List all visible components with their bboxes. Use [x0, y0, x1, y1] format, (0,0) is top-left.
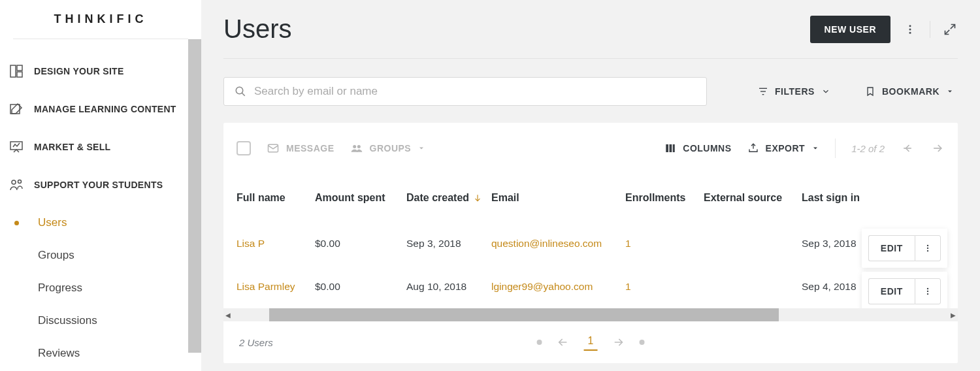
scrollbar-thumb[interactable]	[269, 308, 779, 321]
cell-name[interactable]: Lisa P	[237, 238, 315, 250]
scroll-right-icon[interactable]: ▶	[949, 312, 958, 319]
svg-rect-0	[10, 65, 16, 77]
sidebar: THINKIFIC DESIGN YOUR SITE MANAGE LEARNI…	[0, 0, 201, 371]
search-input[interactable]	[254, 85, 696, 98]
presentation-icon	[7, 137, 26, 157]
expand-icon[interactable]	[942, 22, 958, 37]
nav-manage-learning-content[interactable]: MANAGE LEARNING CONTENT	[0, 90, 201, 128]
table-row[interactable]: Lisa P $0.00 Sep 3, 2018 question@inline…	[223, 222, 958, 265]
cell-amount: $0.00	[315, 281, 406, 293]
columns-button[interactable]: COLUMNS	[664, 142, 731, 154]
subnav-reviews[interactable]: Reviews	[0, 337, 201, 370]
svg-point-21	[927, 291, 928, 292]
row-kebab-icon[interactable]	[915, 278, 941, 304]
subnav-users[interactable]: Users	[0, 206, 201, 239]
edit-icon	[7, 99, 26, 119]
subnav-label: Progress	[38, 282, 82, 295]
user-count: 2 Users	[239, 337, 273, 348]
sort-desc-icon	[473, 193, 482, 202]
cell-enrollments[interactable]: 1	[625, 281, 704, 293]
row-actions: EDIT	[862, 229, 947, 268]
subnav-groups[interactable]: Groups	[0, 239, 201, 272]
page-title: Users	[223, 14, 291, 44]
export-button[interactable]: EXPORT	[747, 142, 820, 154]
new-user-button[interactable]: NEW USER	[810, 16, 890, 43]
col-label: Email	[491, 192, 519, 204]
pager-next-icon[interactable]	[612, 336, 625, 349]
col-external-source[interactable]: External source	[704, 192, 802, 204]
filters-label: FILTERS	[775, 86, 815, 97]
subnav-label: Discussions	[38, 314, 97, 327]
cell-created: Sep 3, 2018	[406, 238, 491, 250]
svg-point-13	[357, 145, 360, 148]
table-row[interactable]: Lisa Parmley $0.00 Aug 10, 2018 lginger9…	[223, 265, 958, 308]
cell-enrollments[interactable]: 1	[625, 238, 704, 250]
col-label: Last sign in	[802, 192, 860, 204]
col-label: Enrollments	[625, 192, 685, 204]
horizontal-scrollbar[interactable]: ◀ ▶	[223, 308, 958, 321]
nav-market-sell[interactable]: MARKET & SELL	[0, 128, 201, 166]
groups-button[interactable]: GROUPS	[350, 142, 426, 155]
col-last-sign-in[interactable]: Last sign in	[802, 192, 867, 204]
message-button[interactable]: MESSAGE	[267, 142, 335, 155]
col-email[interactable]: Email	[491, 192, 625, 204]
col-label: Date created	[406, 192, 469, 204]
nav-design-your-site[interactable]: DESIGN YOUR SITE	[0, 52, 201, 90]
chevron-down-icon	[821, 87, 830, 96]
filters-button[interactable]: FILTERS	[754, 86, 834, 97]
export-icon	[747, 142, 759, 154]
main: Users NEW USER FILTERS	[201, 0, 980, 371]
message-label: MESSAGE	[286, 143, 335, 153]
svg-rect-2	[17, 72, 22, 77]
cell-email[interactable]: lginger99@yahoo.com	[491, 281, 625, 293]
scroll-left-icon[interactable]: ◀	[223, 312, 233, 319]
cell-name[interactable]: Lisa Parmley	[237, 281, 315, 293]
svg-point-6	[18, 180, 22, 184]
subnav-label: Users	[38, 216, 67, 229]
bookmark-label: BOOKMARK	[882, 86, 939, 97]
cell-email[interactable]: question@inlineseo.com	[491, 238, 625, 250]
kebab-menu-icon[interactable]	[902, 22, 918, 37]
columns-label: COLUMNS	[683, 143, 731, 153]
subnav-label: Reviews	[38, 347, 80, 360]
svg-point-12	[353, 145, 356, 148]
bookmark-button[interactable]: BOOKMARK	[861, 86, 958, 97]
subnav-progress[interactable]: Progress	[0, 272, 201, 304]
primary-nav: DESIGN YOUR SITE MANAGE LEARNING CONTENT…	[0, 52, 201, 370]
col-date-created[interactable]: Date created	[406, 192, 491, 204]
search-box	[223, 77, 707, 106]
export-label: EXPORT	[766, 143, 806, 153]
caret-down-icon	[946, 88, 954, 95]
col-full-name[interactable]: Full name	[237, 192, 315, 204]
svg-rect-1	[17, 65, 22, 71]
col-enrollments[interactable]: Enrollments	[625, 192, 704, 204]
row-kebab-icon[interactable]	[915, 235, 941, 261]
col-amount-spent[interactable]: Amount spent	[315, 192, 406, 204]
brand-logo: THINKIFIC	[54, 12, 148, 26]
filter-icon	[758, 86, 768, 97]
subnav: Users Groups Progress Discussions Review…	[0, 206, 201, 370]
table-header: Full name Amount spent Date created Emai…	[223, 174, 958, 222]
prev-page-button[interactable]	[900, 141, 915, 155]
users-table-card: MESSAGE GROUPS COLUMNS	[223, 123, 958, 363]
pager-current-page[interactable]: 1	[584, 334, 598, 351]
nav-label: SUPPORT YOUR STUDENTS	[34, 180, 163, 190]
nav-support-students[interactable]: SUPPORT YOUR STUDENTS	[0, 166, 201, 204]
groups-label: GROUPS	[370, 143, 412, 153]
caret-down-icon	[417, 144, 425, 152]
nav-label: MANAGE LEARNING CONTENT	[34, 104, 176, 114]
svg-point-5	[12, 180, 16, 184]
pager-dot	[639, 340, 644, 345]
svg-point-9	[909, 31, 911, 33]
select-all-checkbox[interactable]	[237, 141, 251, 155]
pager-prev-icon[interactable]	[557, 336, 570, 349]
next-page-button[interactable]	[930, 141, 945, 155]
table-footer: 2 Users 1	[223, 321, 958, 363]
svg-point-22	[927, 293, 928, 295]
cell-last-signin: Sep 3, 2018	[802, 238, 867, 250]
edit-button[interactable]: EDIT	[868, 278, 915, 304]
subnav-discussions[interactable]: Discussions	[0, 304, 201, 337]
edit-button[interactable]: EDIT	[868, 235, 915, 261]
svg-point-18	[927, 248, 928, 249]
pager: 1	[537, 334, 645, 351]
